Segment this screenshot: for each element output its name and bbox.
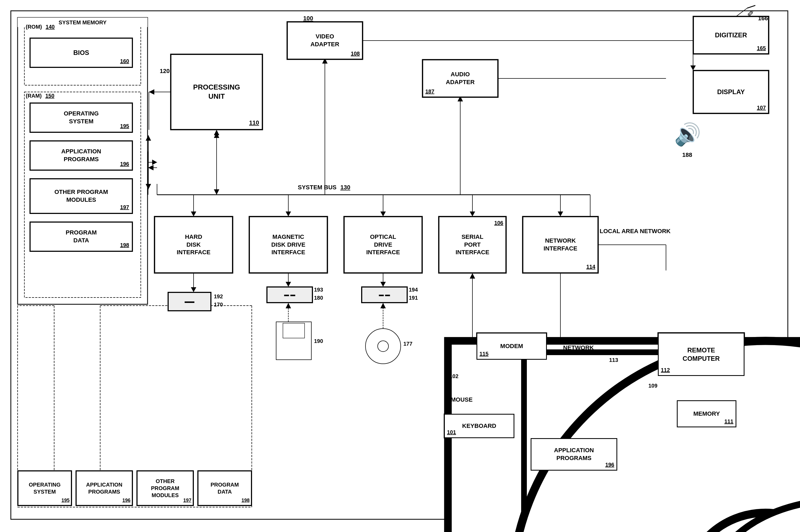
display-box: DISPLAY 107 bbox=[693, 70, 769, 114]
svg-marker-45 bbox=[286, 282, 291, 287]
cd-icon bbox=[365, 329, 401, 364]
display-text: DISPLAY bbox=[717, 88, 745, 96]
app2-text: APPLICATIONPROGRAMS bbox=[554, 446, 594, 462]
svg-marker-25 bbox=[191, 211, 196, 216]
svg-line-111 bbox=[747, 5, 755, 8]
rom-num: 140 bbox=[46, 24, 55, 30]
svg-marker-33 bbox=[558, 211, 563, 216]
bot-os-text: OPERATINGSYSTEM bbox=[29, 481, 60, 495]
bot-other-text: OTHERPROGRAMMODULES bbox=[151, 478, 179, 499]
serial-port-interface-box: SERIALPORTINTERFACE 106 bbox=[439, 216, 506, 273]
audio-adapter-box: AUDIOADAPTER 187 bbox=[422, 59, 498, 97]
modem-num: 115 bbox=[479, 350, 488, 357]
digitizer-box: DIGITIZER 165 bbox=[693, 16, 769, 54]
diagram: SYSTEM MEMORY (ROM) 140 BIOS 160 (RAM) 1… bbox=[0, 0, 800, 532]
keyboard-box: KEYBOARD 101 bbox=[444, 414, 514, 438]
processing-unit-box: PROCESSINGUNIT 110 bbox=[170, 54, 262, 130]
modem-box: MODEM 115 bbox=[476, 332, 547, 360]
lan-label: LOCAL AREA NETWORK bbox=[600, 227, 671, 235]
svg-marker-27 bbox=[286, 211, 291, 216]
ref-194: 194 bbox=[409, 287, 418, 293]
modem-text: MODEM bbox=[500, 342, 523, 350]
rc-num: 112 bbox=[661, 366, 670, 374]
other-program-modules-box: OTHER PROGRAMMODULES 197 bbox=[30, 178, 133, 214]
svg-marker-31 bbox=[470, 211, 475, 216]
ref-113: 113 bbox=[609, 357, 618, 363]
bot-data-num: 198 bbox=[241, 497, 250, 504]
ref-100: 100 bbox=[303, 15, 313, 22]
optical-shape: ▬ ▬ bbox=[379, 291, 390, 298]
bot-os-num: 195 bbox=[61, 497, 70, 504]
floppy-shape: ▬ ▬ bbox=[284, 291, 295, 298]
wan-label: WIDE AREANETWORK bbox=[563, 335, 597, 352]
hdi-text: HARDDISKINTERFACE bbox=[177, 233, 211, 256]
ref-177: 177 bbox=[403, 341, 412, 347]
ram-num: 150 bbox=[45, 93, 54, 99]
hdd-shape: ▬▬ bbox=[185, 298, 194, 305]
bottom-app-box: APPLICATIONPROGRAMS 196 bbox=[76, 471, 133, 506]
svg-marker-96 bbox=[146, 135, 151, 141]
ram-text: (RAM) bbox=[26, 93, 42, 99]
other-num: 197 bbox=[120, 204, 129, 211]
mouse-label: MOUSE bbox=[451, 396, 473, 403]
optical-drive-interface-box: OPTICALDRIVEINTERFACE bbox=[344, 216, 422, 273]
video-adapter-box: VIDEOADAPTER 108 bbox=[287, 22, 363, 59]
rc-text: REMOTECOMPUTER bbox=[683, 346, 720, 363]
digitizer-text: DIGITIZER bbox=[715, 31, 747, 39]
floppy-icon bbox=[276, 322, 311, 360]
svg-marker-56 bbox=[380, 303, 386, 308]
video-text: VIDEOADAPTER bbox=[310, 33, 339, 48]
app2-num: 196 bbox=[605, 461, 614, 468]
ni-num: 114 bbox=[586, 263, 595, 270]
ref-191: 191 bbox=[409, 295, 418, 301]
ref-170: 170 bbox=[214, 302, 223, 308]
data-num: 198 bbox=[120, 242, 129, 249]
application-programs-box: APPLICATIONPROGRAMS 196 bbox=[30, 141, 133, 170]
svg-marker-97 bbox=[146, 184, 151, 189]
data-text: PROGRAMDATA bbox=[66, 229, 97, 244]
ref-193: 193 bbox=[314, 287, 323, 293]
svg-marker-38 bbox=[149, 89, 154, 95]
spi-num: 106 bbox=[494, 219, 503, 226]
rom-label: (ROM) 140 bbox=[26, 24, 55, 30]
bot-app-text: APPLICATIONPROGRAMS bbox=[86, 481, 122, 495]
svg-marker-83 bbox=[690, 65, 696, 70]
bot-other-num: 197 bbox=[183, 497, 192, 504]
ni-text: NETWORKINTERFACE bbox=[544, 237, 578, 252]
bottom-os-box: OPERATINGSYSTEM 195 bbox=[18, 471, 72, 506]
svg-marker-35 bbox=[148, 165, 153, 170]
remote-computer-box: REMOTECOMPUTER 112 bbox=[658, 332, 745, 376]
bottom-other-box: OTHERPROGRAMMODULES 197 bbox=[137, 471, 194, 506]
optical-small-box: ▬ ▬ bbox=[361, 287, 407, 303]
os-text: OPERATINGSYSTEM bbox=[63, 110, 98, 125]
pu-num: 110 bbox=[249, 119, 259, 127]
ref-192: 192 bbox=[214, 293, 223, 300]
video-num: 108 bbox=[351, 50, 360, 57]
pu-text: PROCESSINGUNIT bbox=[193, 83, 240, 101]
rom-text: (ROM) bbox=[26, 24, 42, 30]
memory-text: MEMORY bbox=[693, 410, 720, 418]
app-programs-lower-box: APPLICATIONPROGRAMS 196 bbox=[531, 438, 617, 471]
ref-180: 180 bbox=[314, 295, 323, 301]
app-num: 196 bbox=[120, 160, 129, 167]
bios-text: BIOS bbox=[73, 49, 89, 57]
memory-box: MEMORY 111 bbox=[677, 400, 737, 428]
svg-marker-91 bbox=[214, 189, 219, 195]
mouse-num: 102 bbox=[450, 373, 458, 379]
system-memory-text: SYSTEM MEMORY bbox=[58, 19, 106, 26]
program-data-box: PROGRAMDATA 198 bbox=[30, 222, 133, 251]
ref-120: 120 bbox=[160, 68, 170, 75]
ref-109: 109 bbox=[649, 383, 657, 389]
svg-marker-29 bbox=[380, 211, 386, 216]
system-bus-label: SYSTEM BUS 130 bbox=[298, 184, 350, 191]
svg-marker-48 bbox=[380, 282, 386, 287]
operating-system-box: OPERATINGSYSTEM 195 bbox=[30, 103, 133, 133]
os-num: 195 bbox=[120, 122, 129, 130]
keyboard-text: KEYBOARD bbox=[462, 422, 496, 430]
bottom-data-box: PROGRAMDATA 198 bbox=[198, 471, 252, 506]
svg-marker-94 bbox=[152, 159, 157, 165]
odi-text: OPTICALDRIVEINTERFACE bbox=[366, 233, 400, 256]
ref-166: 166 bbox=[758, 15, 768, 22]
spi-text: SERIALPORTINTERFACE bbox=[456, 233, 490, 256]
bios-box: BIOS 160 bbox=[30, 38, 133, 68]
